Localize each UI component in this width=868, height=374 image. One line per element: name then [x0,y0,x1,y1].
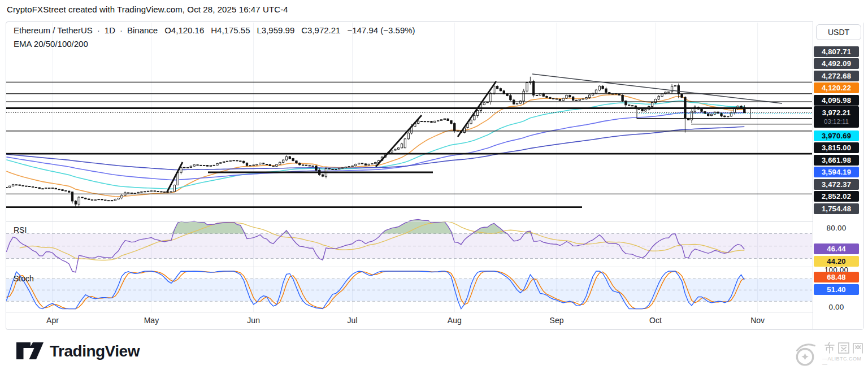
candles-layer [6,77,745,207]
current-price-value: 3,972.21 [822,108,851,118]
symbol-title-row: Ethereum / TetherUS · 1D · Binance O4,12… [14,25,415,35]
ohlc-high: H4,175.55 [211,25,250,35]
trendline [458,81,496,137]
symbol-name[interactable]: Ethereum / TetherUS [14,25,93,35]
tradingview-logo-icon [16,342,44,360]
price-scale-label: 3,815.00 [814,142,859,153]
price-scale-label: 3,472.37 [814,179,859,190]
watermark-logo-icon [790,338,820,371]
ohlc-low: L3,959.99 [257,25,295,35]
screenshot-root: CryptoFXStreet created with TradingView.… [0,0,868,374]
current-price-label: 3,972.21 03:12:11 [814,106,859,128]
price-scale-label: 1,754.48 [814,203,859,214]
price-scale-label: 4,120.22 [814,82,859,93]
month-label-oct: Oct [649,316,662,325]
ohlc-open: O4,120.16 [164,25,204,35]
price-scale-label: 3,594.19 [814,167,859,177]
exchange-label: Binance [127,25,158,35]
month-label-jun: Jun [247,316,260,325]
tradingview-branding[interactable]: TradingView [16,342,140,360]
month-label-may: May [144,316,159,325]
price-scale-label: 4,272.68 [814,71,859,81]
price-scale-label: 4,095.98 [814,95,859,106]
stoch-pane-label[interactable]: Stoch [14,274,34,283]
indicator-scale-label: 0.00 [814,302,859,312]
ema-lines [6,95,744,197]
price-scale-label: 2,852.02 [814,191,859,202]
ema-100-line [6,112,744,180]
indicator-scale-label: 46.44 [814,243,859,254]
price-scale-label: 4,492.09 [814,58,859,69]
watermark-domain: —ALIBTC.COM— [822,356,865,367]
price-change: −147.94 (−3.59%) [347,25,415,35]
rsi-pane-label[interactable]: RSI [14,225,27,234]
month-label-aug: Aug [448,316,462,325]
title-separator: · [120,25,123,35]
watermark-cjk-glyphs [824,341,863,355]
trendline [532,74,782,103]
price-scale-label: 3,661.98 [814,155,859,166]
ema-50-line [6,101,744,189]
indicator-legend-ema[interactable]: EMA 20/50/100/200 [14,39,88,49]
interval-label[interactable]: 1D [105,25,115,35]
ema-20-line [6,95,744,197]
title-separator: · [97,25,100,35]
ohlc-close: C3,972.21 [301,25,340,35]
month-label-nov: Nov [750,316,765,325]
price-scale-label: 4,807.71 [814,46,859,57]
bar-countdown: 03:12:11 [824,118,849,125]
month-label-apr: Apr [46,316,59,325]
site-watermark: 币圈网 —ALIBTC.COM— [790,337,865,372]
chart-canvas[interactable] [0,0,868,374]
month-gridlines [53,23,758,312]
month-label-jul: Jul [348,316,358,325]
price-scale-label: 3,970.69 [814,131,859,141]
indicator-scale-label: 68.48 [814,272,859,282]
month-label-sep: Sep [550,316,564,325]
indicator-scale-label: 80.00 [814,223,859,233]
indicator-scale-label: 51.40 [814,284,859,295]
tradingview-wordmark: TradingView [50,342,140,360]
currency-toggle-button[interactable]: USDT [816,24,861,40]
